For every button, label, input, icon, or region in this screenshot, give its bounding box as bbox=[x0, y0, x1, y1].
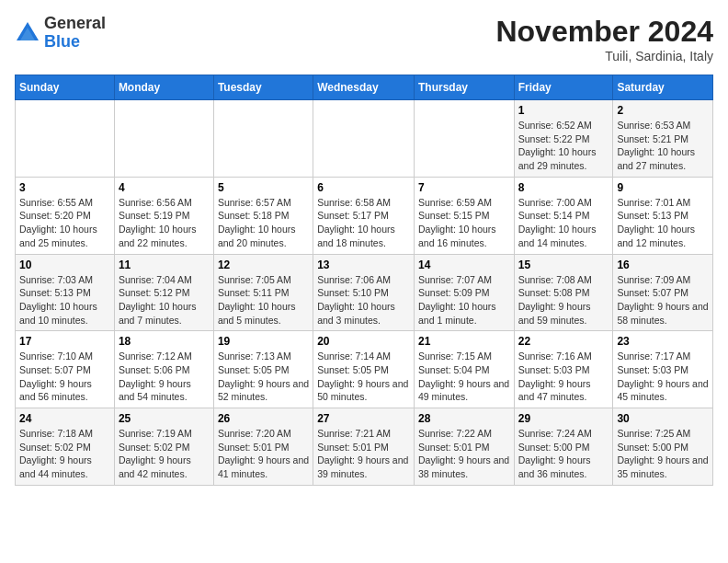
calendar-day: 4Sunrise: 6:56 AM Sunset: 5:19 PM Daylig… bbox=[114, 177, 213, 254]
day-number: 19 bbox=[218, 335, 309, 348]
page-header: General Blue November 2024 Tuili, Sardin… bbox=[15, 15, 713, 63]
calendar-day: 25Sunrise: 7:19 AM Sunset: 5:02 PM Dayli… bbox=[114, 408, 213, 486]
calendar-day: 26Sunrise: 7:20 AM Sunset: 5:01 PM Dayli… bbox=[213, 408, 313, 486]
calendar-day: 27Sunrise: 7:21 AM Sunset: 5:01 PM Dayli… bbox=[313, 408, 415, 486]
calendar-day: 14Sunrise: 7:07 AM Sunset: 5:09 PM Dayli… bbox=[414, 254, 514, 331]
day-info: Sunrise: 6:56 AM Sunset: 5:19 PM Dayligh… bbox=[119, 196, 210, 250]
calendar-day: 30Sunrise: 7:25 AM Sunset: 5:00 PM Dayli… bbox=[613, 408, 713, 486]
calendar-day bbox=[213, 100, 313, 178]
day-number: 26 bbox=[218, 412, 309, 425]
calendar-day: 3Sunrise: 6:55 AM Sunset: 5:20 PM Daylig… bbox=[16, 177, 115, 254]
calendar-day: 5Sunrise: 6:57 AM Sunset: 5:18 PM Daylig… bbox=[213, 177, 313, 254]
day-info: Sunrise: 7:24 AM Sunset: 5:00 PM Dayligh… bbox=[518, 427, 609, 481]
day-info: Sunrise: 6:58 AM Sunset: 5:17 PM Dayligh… bbox=[317, 196, 410, 250]
day-info: Sunrise: 7:01 AM Sunset: 5:13 PM Dayligh… bbox=[617, 196, 709, 250]
day-number: 18 bbox=[119, 335, 210, 348]
header-tuesday: Tuesday bbox=[213, 75, 313, 100]
day-number: 3 bbox=[19, 181, 110, 194]
calendar-day: 8Sunrise: 7:00 AM Sunset: 5:14 PM Daylig… bbox=[514, 177, 613, 254]
day-info: Sunrise: 6:55 AM Sunset: 5:20 PM Dayligh… bbox=[19, 196, 110, 250]
calendar-day: 7Sunrise: 6:59 AM Sunset: 5:15 PM Daylig… bbox=[414, 177, 514, 254]
month-title: November 2024 bbox=[495, 15, 713, 49]
calendar-day: 18Sunrise: 7:12 AM Sunset: 5:06 PM Dayli… bbox=[114, 331, 213, 408]
header-thursday: Thursday bbox=[414, 75, 514, 100]
day-number: 13 bbox=[317, 259, 410, 271]
calendar-day: 6Sunrise: 6:58 AM Sunset: 5:17 PM Daylig… bbox=[313, 177, 415, 254]
calendar-day: 1Sunrise: 6:52 AM Sunset: 5:22 PM Daylig… bbox=[514, 100, 613, 178]
day-number: 28 bbox=[418, 412, 510, 425]
day-number: 12 bbox=[218, 259, 309, 271]
day-info: Sunrise: 7:04 AM Sunset: 5:12 PM Dayligh… bbox=[119, 273, 210, 327]
day-info: Sunrise: 7:06 AM Sunset: 5:10 PM Dayligh… bbox=[317, 273, 410, 327]
day-number: 4 bbox=[119, 181, 210, 194]
title-block: November 2024 Tuili, Sardinia, Italy bbox=[495, 15, 713, 63]
calendar-day: 13Sunrise: 7:06 AM Sunset: 5:10 PM Dayli… bbox=[313, 254, 415, 331]
header-saturday: Saturday bbox=[613, 75, 713, 100]
day-number: 11 bbox=[119, 259, 210, 271]
day-number: 29 bbox=[518, 412, 609, 425]
calendar-day bbox=[414, 100, 514, 178]
day-info: Sunrise: 7:03 AM Sunset: 5:13 PM Dayligh… bbox=[19, 273, 110, 327]
day-number: 23 bbox=[617, 335, 709, 348]
header-sunday: Sunday bbox=[16, 75, 115, 100]
calendar-week-3: 17Sunrise: 7:10 AM Sunset: 5:07 PM Dayli… bbox=[16, 331, 713, 408]
calendar-body: 1Sunrise: 6:52 AM Sunset: 5:22 PM Daylig… bbox=[16, 100, 713, 486]
day-info: Sunrise: 7:10 AM Sunset: 5:07 PM Dayligh… bbox=[19, 350, 110, 404]
day-info: Sunrise: 7:08 AM Sunset: 5:08 PM Dayligh… bbox=[518, 273, 609, 327]
day-info: Sunrise: 6:53 AM Sunset: 5:21 PM Dayligh… bbox=[617, 119, 709, 173]
day-number: 1 bbox=[518, 104, 609, 117]
day-number: 6 bbox=[317, 181, 410, 194]
day-info: Sunrise: 7:05 AM Sunset: 5:11 PM Dayligh… bbox=[218, 273, 309, 327]
day-info: Sunrise: 7:21 AM Sunset: 5:01 PM Dayligh… bbox=[317, 427, 410, 481]
day-info: Sunrise: 7:25 AM Sunset: 5:00 PM Dayligh… bbox=[617, 427, 709, 481]
calendar-day: 12Sunrise: 7:05 AM Sunset: 5:11 PM Dayli… bbox=[213, 254, 313, 331]
calendar-day: 15Sunrise: 7:08 AM Sunset: 5:08 PM Dayli… bbox=[514, 254, 613, 331]
day-info: Sunrise: 7:09 AM Sunset: 5:07 PM Dayligh… bbox=[617, 273, 709, 327]
calendar-week-2: 10Sunrise: 7:03 AM Sunset: 5:13 PM Dayli… bbox=[16, 254, 713, 331]
day-number: 24 bbox=[19, 412, 110, 425]
day-info: Sunrise: 7:17 AM Sunset: 5:03 PM Dayligh… bbox=[617, 350, 709, 404]
day-number: 10 bbox=[19, 259, 110, 271]
day-info: Sunrise: 6:52 AM Sunset: 5:22 PM Dayligh… bbox=[518, 119, 609, 173]
day-info: Sunrise: 6:59 AM Sunset: 5:15 PM Dayligh… bbox=[418, 196, 510, 250]
logo-icon bbox=[15, 20, 40, 46]
calendar-day: 19Sunrise: 7:13 AM Sunset: 5:05 PM Dayli… bbox=[213, 331, 313, 408]
day-number: 8 bbox=[518, 181, 609, 194]
calendar-header: Sunday Monday Tuesday Wednesday Thursday… bbox=[16, 75, 713, 100]
calendar-day: 9Sunrise: 7:01 AM Sunset: 5:13 PM Daylig… bbox=[613, 177, 713, 254]
calendar-day bbox=[313, 100, 415, 178]
day-info: Sunrise: 7:12 AM Sunset: 5:06 PM Dayligh… bbox=[119, 350, 210, 404]
calendar-day bbox=[16, 100, 115, 178]
day-number: 17 bbox=[19, 335, 110, 348]
logo-text: General Blue bbox=[44, 15, 106, 52]
day-info: Sunrise: 6:57 AM Sunset: 5:18 PM Dayligh… bbox=[218, 196, 309, 250]
calendar-day: 10Sunrise: 7:03 AM Sunset: 5:13 PM Dayli… bbox=[16, 254, 115, 331]
logo-general: General bbox=[44, 15, 106, 33]
day-info: Sunrise: 7:15 AM Sunset: 5:04 PM Dayligh… bbox=[418, 350, 510, 404]
day-number: 9 bbox=[617, 181, 709, 194]
day-info: Sunrise: 7:14 AM Sunset: 5:05 PM Dayligh… bbox=[317, 350, 410, 404]
calendar-day: 20Sunrise: 7:14 AM Sunset: 5:05 PM Dayli… bbox=[313, 331, 415, 408]
day-number: 20 bbox=[317, 335, 410, 348]
calendar-day: 11Sunrise: 7:04 AM Sunset: 5:12 PM Dayli… bbox=[114, 254, 213, 331]
header-wednesday: Wednesday bbox=[313, 75, 415, 100]
day-info: Sunrise: 7:18 AM Sunset: 5:02 PM Dayligh… bbox=[19, 427, 110, 481]
day-number: 2 bbox=[617, 104, 709, 117]
day-number: 15 bbox=[518, 259, 609, 271]
day-number: 5 bbox=[218, 181, 309, 194]
weekday-row: Sunday Monday Tuesday Wednesday Thursday… bbox=[16, 75, 713, 100]
calendar-day: 28Sunrise: 7:22 AM Sunset: 5:01 PM Dayli… bbox=[414, 408, 514, 486]
day-info: Sunrise: 7:16 AM Sunset: 5:03 PM Dayligh… bbox=[518, 350, 609, 404]
calendar-day: 21Sunrise: 7:15 AM Sunset: 5:04 PM Dayli… bbox=[414, 331, 514, 408]
calendar-table: Sunday Monday Tuesday Wednesday Thursday… bbox=[15, 75, 713, 486]
location-subtitle: Tuili, Sardinia, Italy bbox=[495, 49, 713, 63]
logo-blue: Blue bbox=[44, 33, 106, 52]
calendar-day bbox=[114, 100, 213, 178]
day-number: 7 bbox=[418, 181, 510, 194]
day-info: Sunrise: 7:07 AM Sunset: 5:09 PM Dayligh… bbox=[418, 273, 510, 327]
calendar-day: 2Sunrise: 6:53 AM Sunset: 5:21 PM Daylig… bbox=[613, 100, 713, 178]
logo: General Blue bbox=[15, 15, 106, 52]
day-number: 30 bbox=[617, 412, 709, 425]
header-friday: Friday bbox=[514, 75, 613, 100]
calendar-day: 24Sunrise: 7:18 AM Sunset: 5:02 PM Dayli… bbox=[16, 408, 115, 486]
